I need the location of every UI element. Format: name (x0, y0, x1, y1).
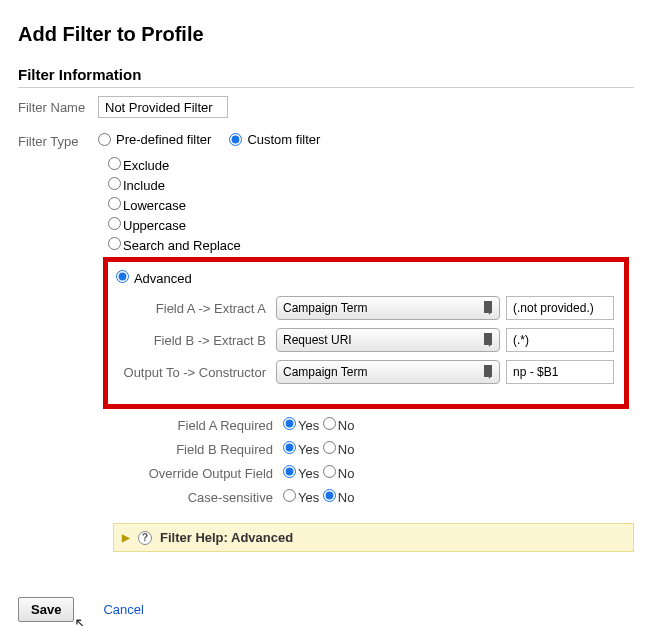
field-b-input[interactable] (506, 328, 614, 352)
predefined-filter-option[interactable]: Pre-defined filter (98, 132, 211, 147)
case-no[interactable]: No (323, 489, 355, 505)
exclude-option[interactable]: Exclude (108, 157, 169, 173)
field-b-required-yes[interactable]: Yes (283, 441, 319, 457)
field-b-required-no[interactable]: No (323, 441, 355, 457)
case-no-radio[interactable] (323, 489, 336, 502)
footer-actions: Save ↖ Cancel (18, 597, 634, 622)
case-yes[interactable]: Yes (283, 489, 319, 505)
output-input[interactable] (506, 360, 614, 384)
filter-name-label: Filter Name (18, 100, 98, 115)
override-yes-radio[interactable] (283, 465, 296, 478)
no-label: No (338, 466, 355, 481)
predefined-filter-radio[interactable] (98, 133, 111, 146)
override-no[interactable]: No (323, 465, 355, 481)
advanced-label: Advanced (134, 271, 192, 286)
field-a-select[interactable]: Campaign Term (276, 296, 500, 320)
custom-filter-radio[interactable] (229, 133, 242, 146)
help-icon: ? (138, 531, 152, 545)
field-a-required-yes[interactable]: Yes (283, 417, 319, 433)
search-replace-option[interactable]: Search and Replace (108, 237, 241, 253)
field-b-label: Field B -> Extract B (116, 333, 276, 348)
advanced-radio[interactable] (116, 270, 129, 283)
filter-help-bar[interactable]: ▶ ? Filter Help: Advanced (113, 523, 634, 552)
field-b-required-label: Field B Required (113, 442, 283, 457)
field-b-row: Field B -> Extract B Request URI ▴▾ (116, 328, 614, 352)
output-row: Output To -> Constructor Campaign Term ▴… (116, 360, 614, 384)
advanced-option[interactable]: Advanced (116, 270, 192, 286)
advanced-highlight-box: Advanced Field A -> Extract A Campaign T… (103, 257, 629, 409)
search-replace-radio[interactable] (108, 237, 121, 250)
field-a-required-no-radio[interactable] (323, 417, 336, 430)
field-b-select[interactable]: Request URI (276, 328, 500, 352)
field-a-row: Field A -> Extract A Campaign Term ▴▾ (116, 296, 614, 320)
include-label: Include (123, 178, 165, 193)
uppercase-option[interactable]: Uppercase (108, 217, 186, 233)
filter-help-label: Filter Help: Advanced (160, 530, 293, 545)
lowercase-radio[interactable] (108, 197, 121, 210)
custom-filter-label: Custom filter (247, 132, 320, 147)
case-label: Case-sensitive (113, 490, 283, 505)
search-replace-label: Search and Replace (123, 238, 241, 253)
case-yes-radio[interactable] (283, 489, 296, 502)
field-b-required-no-radio[interactable] (323, 441, 336, 454)
lowercase-option[interactable]: Lowercase (108, 197, 186, 213)
no-label: No (338, 442, 355, 457)
no-label: No (338, 490, 355, 505)
output-label: Output To -> Constructor (116, 365, 276, 380)
filter-name-row: Filter Name (18, 96, 634, 118)
filter-type-label: Filter Type (18, 132, 98, 149)
field-a-label: Field A -> Extract A (116, 301, 276, 316)
save-button[interactable]: Save (18, 597, 74, 622)
uppercase-radio[interactable] (108, 217, 121, 230)
no-label: No (338, 418, 355, 433)
output-select[interactable]: Campaign Term (276, 360, 500, 384)
field-a-required-yes-radio[interactable] (283, 417, 296, 430)
include-radio[interactable] (108, 177, 121, 190)
filter-type-row: Filter Type Pre-defined filter Custom fi… (18, 132, 634, 149)
page-title: Add Filter to Profile (18, 23, 634, 46)
cancel-link[interactable]: Cancel (103, 602, 143, 617)
uppercase-label: Uppercase (123, 218, 186, 233)
yes-label: Yes (298, 418, 319, 433)
predefined-filter-label: Pre-defined filter (116, 132, 211, 147)
include-option[interactable]: Include (108, 177, 165, 193)
exclude-label: Exclude (123, 158, 169, 173)
custom-filter-options: Exclude Include Lowercase Uppercase Sear… (108, 157, 634, 253)
yes-label: Yes (298, 466, 319, 481)
cursor-icon: ↖ (74, 614, 87, 626)
field-a-required-label: Field A Required (113, 418, 283, 433)
section-title: Filter Information (18, 66, 634, 88)
field-b-required-yes-radio[interactable] (283, 441, 296, 454)
yes-label: Yes (298, 490, 319, 505)
yes-no-section: Field A Required Yes No Field B Required… (113, 417, 634, 505)
expand-icon: ▶ (122, 532, 130, 543)
override-label: Override Output Field (113, 466, 283, 481)
field-a-required-no[interactable]: No (323, 417, 355, 433)
exclude-radio[interactable] (108, 157, 121, 170)
yes-label: Yes (298, 442, 319, 457)
override-no-radio[interactable] (323, 465, 336, 478)
field-a-input[interactable] (506, 296, 614, 320)
override-yes[interactable]: Yes (283, 465, 319, 481)
custom-filter-option[interactable]: Custom filter (229, 132, 320, 147)
lowercase-label: Lowercase (123, 198, 186, 213)
filter-name-input[interactable] (98, 96, 228, 118)
